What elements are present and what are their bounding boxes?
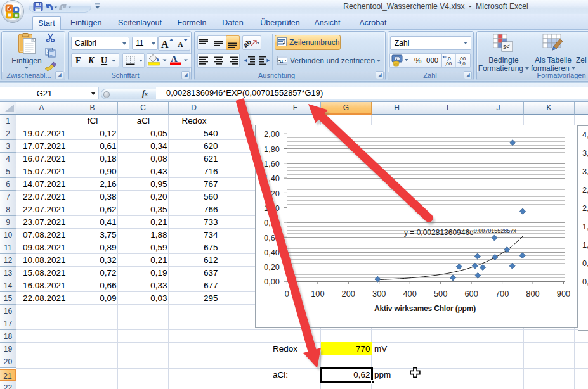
svg-text:%: % xyxy=(414,56,422,65)
svg-text:U: U xyxy=(101,56,107,65)
svg-text:000: 000 xyxy=(426,56,438,64)
svg-text:A: A xyxy=(161,39,169,49)
svg-text:F: F xyxy=(75,56,81,65)
svg-text:a: a xyxy=(280,58,283,64)
svg-text:ab: ab xyxy=(242,37,252,49)
svg-text:A: A xyxy=(171,54,178,64)
svg-text:,0: ,0 xyxy=(461,61,466,67)
svg-text:s<: s< xyxy=(503,43,510,50)
svg-text:,00: ,00 xyxy=(445,61,452,67)
svg-text:K: K xyxy=(88,56,95,65)
svg-text:A: A xyxy=(178,40,183,49)
